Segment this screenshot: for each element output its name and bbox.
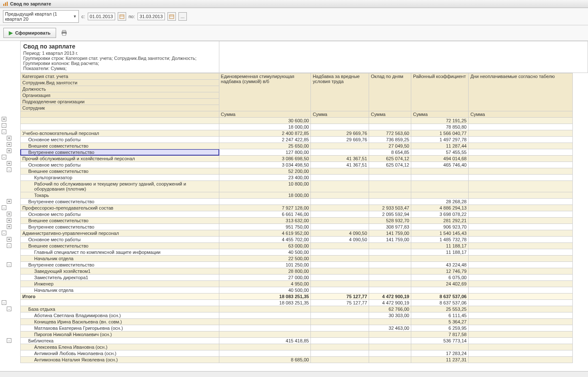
row-value: 465 746,40 [411, 162, 469, 168]
column-subheader-4[interactable]: Подразделение организации [21, 99, 219, 105]
table-row[interactable]: Внешнее совместительство313 632,00528 93… [21, 218, 573, 224]
table-row[interactable]: Профессорско-преподавательский состав7 9… [21, 205, 573, 211]
row-value: 7 817,58 [411, 331, 469, 338]
table-row[interactable]: Внутреннее совместительство28 268,28 [21, 199, 573, 205]
table-row[interactable]: Административно-управленческий персонал4… [21, 230, 573, 237]
row-value: 7 927 128,00 [219, 205, 311, 211]
table-row[interactable]: Матлахова Екатерина Григорьевна (осн.)32… [21, 325, 573, 331]
tree-expand-toggle[interactable]: - [7, 167, 11, 172]
to-date-input[interactable]: 31.03.2013 [138, 13, 165, 20]
table-row[interactable]: Внутреннее совместительство127 800,008 6… [21, 149, 573, 156]
tree-expand-toggle[interactable]: - [2, 231, 6, 235]
table-row[interactable]: Главный специалист по комплексной защите… [21, 249, 573, 256]
tree-expand-toggle[interactable]: + [7, 237, 11, 242]
row-value [311, 256, 369, 262]
table-row[interactable]: Внутреннее совместительство951 750,00308… [21, 224, 573, 230]
tree-expand-toggle[interactable]: + [7, 199, 11, 204]
table-row[interactable]: 18 000,0078 850,80 [21, 124, 573, 130]
row-value [311, 338, 369, 344]
row-value [311, 249, 369, 256]
row-value: 11 188,17 [411, 243, 469, 249]
row-label: Заведующий хозяйством1 [21, 268, 219, 275]
table-row[interactable]: Инженер4 950,0024 402,69 [21, 281, 573, 287]
table-row[interactable]: Внешнее совместительство63 000,0011 188,… [21, 243, 573, 249]
row-value: 52 200,00 [219, 168, 311, 175]
tree-expand-toggle[interactable]: - [2, 155, 6, 159]
row-value [469, 118, 573, 124]
tree-expand-toggle[interactable]: + [7, 224, 11, 229]
table-row[interactable]: Итого18 083 251,3575 127,774 472 900,198… [21, 294, 573, 300]
row-value [411, 287, 469, 294]
table-row[interactable]: Токарь18 000,00 [21, 192, 573, 199]
tree-expand-toggle[interactable]: - [2, 205, 6, 210]
row-value [469, 256, 573, 262]
column-header-v3[interactable]: Оклад по дням [369, 73, 411, 111]
table-row[interactable]: Антимоний Любовь Николаевна (осн.)17 283… [21, 350, 573, 357]
tree-expand-toggle[interactable]: + [2, 117, 6, 121]
row-value [411, 175, 469, 181]
tree-expand-toggle[interactable]: - [7, 243, 11, 248]
table-row[interactable]: Основное место работы6 661 746,002 095 5… [21, 211, 573, 218]
table-row[interactable]: Начальник отдела40 500,00 [21, 287, 573, 294]
table-row[interactable]: Культорганизатор23 400,00 [21, 175, 573, 181]
table-row[interactable]: Основное место работы3 034 498,5041 367,… [21, 162, 573, 168]
table-row[interactable]: Пирогов Николай Николаевич (осн.)7 817,5… [21, 331, 573, 338]
table-row[interactable]: Внешнее совместительство25 650,0027 049,… [21, 143, 573, 149]
table-row[interactable]: 18 083 251,3575 127,774 472 900,198 637 … [21, 300, 573, 306]
table-row[interactable]: Основное место работы4 455 702,004 090,5… [21, 237, 573, 243]
table-row[interactable]: Внешнее совместительство52 200,00 [21, 168, 573, 175]
row-value [311, 344, 369, 350]
tree-expand-toggle[interactable]: + [7, 218, 11, 223]
tree-expand-toggle[interactable]: + [7, 161, 11, 166]
table-row[interactable]: Внутреннее совместительство101 250,0043 … [21, 262, 573, 268]
horizontal-scrollbar[interactable] [0, 371, 588, 377]
generate-button[interactable]: ▶ Сформировать [3, 28, 56, 38]
table-row[interactable]: Алексеева Елена Ивановна (осн.) [21, 344, 573, 350]
table-row[interactable]: Основное место работы2 247 422,8529 669,… [21, 137, 573, 143]
table-row[interactable]: Заместитель директора127 000,006 075,00 [21, 275, 573, 281]
print-button[interactable] [59, 28, 69, 38]
row-value: 4 472 900,19 [369, 300, 411, 306]
report-scroll-area[interactable]: +--+++-+-+-+++-+----- Свод по зарплате П… [0, 41, 588, 377]
table-row[interactable]: Рабочий по обслуживанию и текущему ремон… [21, 181, 573, 192]
play-icon: ▶ [9, 30, 13, 36]
table-row[interactable]: 30 600,0072 191,25 [21, 118, 573, 124]
table-row[interactable]: Заведующий хозяйством128 800,0012 746,79 [21, 268, 573, 275]
table-row[interactable]: Библиотека415 418,85536 773,14 [21, 338, 573, 344]
row-value [369, 168, 411, 175]
tree-expand-toggle[interactable]: + [7, 142, 11, 147]
column-subheader-1[interactable]: Сотрудник.Вид занятости [21, 80, 219, 86]
table-row[interactable]: Прочий обслуживающий и хозяйственный пер… [21, 156, 573, 162]
tree-expand-toggle[interactable]: - [2, 129, 6, 134]
column-header-v5[interactable]: Дни неоплачиваемые согласно табелю [469, 73, 573, 111]
tree-expand-toggle[interactable]: + [7, 148, 11, 153]
row-value: 281 292,21 [411, 218, 469, 224]
tree-expand-toggle[interactable]: - [7, 338, 11, 343]
table-row[interactable]: Учебно-вспомогательный персонал2 400 872… [21, 130, 573, 137]
period-selector[interactable]: Предыдущий квартал (1 квартал 20 ▼ [3, 10, 79, 23]
period-settings-button[interactable]: … [178, 12, 187, 21]
row-label [21, 124, 219, 130]
column-header-v4[interactable]: Районный коэффициент [411, 73, 469, 111]
svg-rect-9 [62, 33, 66, 35]
column-header-v2[interactable]: Надбавка за вредные условия труда [311, 73, 369, 111]
tree-expand-toggle[interactable]: - [2, 123, 6, 128]
table-row[interactable]: Аботина Светлана Владимировна (осн.)30 3… [21, 312, 573, 319]
column-subheader-2[interactable]: Должность [21, 86, 219, 92]
column-header-v1[interactable]: Единовременная стимулирующая надбавка (с… [219, 73, 311, 111]
column-subheader-5[interactable]: Сотрудник [21, 105, 219, 111]
tree-expand-toggle[interactable]: + [7, 212, 11, 216]
table-row[interactable]: Начальник отдела22 500,00 [21, 256, 573, 262]
column-header-category[interactable]: Категория стат. учета [21, 73, 219, 80]
tree-expand-toggle[interactable]: - [7, 262, 11, 267]
tree-expand-toggle[interactable]: + [7, 136, 11, 140]
table-row[interactable]: Конищева Ирина Васильевна (вн. совм.)5 3… [21, 319, 573, 325]
table-row[interactable]: Антимонова Наталия Яковлевна (осн.)8 685… [21, 357, 573, 363]
to-date-picker-button[interactable] [167, 12, 176, 21]
from-date-input[interactable]: 01.01.2013 [88, 13, 115, 20]
tree-expand-toggle[interactable]: - [7, 307, 11, 311]
table-row[interactable]: База отдыха62 766,0025 553,25 [21, 306, 573, 312]
column-subheader-3[interactable]: Организация [21, 92, 219, 99]
from-date-picker-button[interactable] [118, 12, 126, 21]
tree-expand-toggle[interactable]: - [2, 300, 6, 305]
